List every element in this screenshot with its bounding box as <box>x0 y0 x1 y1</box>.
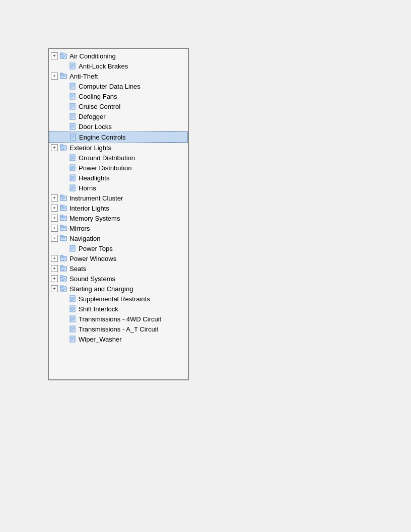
svg-rect-84 <box>61 220 64 221</box>
svg-rect-33 <box>71 117 75 117</box>
svg-rect-52 <box>71 157 75 158</box>
doc-icon-sound-systems <box>59 275 67 283</box>
tree-item-defogger[interactable]: Defogger <box>49 111 188 121</box>
tree-item-engine-controls[interactable]: Engine Controls <box>49 131 188 143</box>
svg-rect-93 <box>61 239 65 240</box>
svg-rect-104 <box>61 260 64 261</box>
svg-rect-81 <box>60 215 63 217</box>
tree-item-interior-lights[interactable]: + Interior Lights <box>49 203 188 213</box>
tree-item-air-conditioning[interactable]: + Air Conditioning <box>49 51 188 61</box>
svg-rect-73 <box>61 198 65 200</box>
svg-rect-40 <box>71 134 76 140</box>
svg-rect-125 <box>70 306 75 312</box>
svg-rect-11 <box>60 73 63 75</box>
svg-rect-42 <box>72 137 75 137</box>
svg-rect-56 <box>71 166 75 167</box>
expand-button-memory-systems[interactable]: + <box>51 215 58 222</box>
tree-item-ground-distribution[interactable]: Ground Distribution <box>49 153 188 163</box>
svg-rect-14 <box>61 78 64 79</box>
doc-icon-transmissions-4wd <box>68 315 77 323</box>
svg-rect-37 <box>71 126 75 126</box>
tree-item-horns[interactable]: Horns <box>49 183 188 193</box>
tree-item-anti-theft[interactable]: + Anti-Theft <box>49 71 188 81</box>
expand-button-seats[interactable]: + <box>51 265 58 272</box>
tree-item-starting-and-charging[interactable]: + Starting and Charging <box>49 284 188 294</box>
tree-item-computer-data-lines[interactable]: Computer Data Lines <box>49 81 188 91</box>
svg-rect-78 <box>61 209 65 210</box>
item-label-defogger: Defogger <box>79 113 105 120</box>
svg-rect-19 <box>71 88 73 88</box>
svg-rect-21 <box>71 95 75 95</box>
expand-button-anti-theft[interactable]: + <box>51 73 58 80</box>
svg-rect-38 <box>71 127 75 127</box>
tree-item-sound-systems[interactable]: + Sound Systems <box>49 274 188 284</box>
expand-button-instrument-cluster[interactable]: + <box>51 194 58 202</box>
svg-rect-120 <box>70 296 75 302</box>
svg-rect-107 <box>61 268 65 269</box>
svg-rect-44 <box>72 139 74 139</box>
svg-rect-89 <box>61 230 64 231</box>
expand-button-power-windows[interactable]: + <box>51 255 58 262</box>
svg-rect-60 <box>70 175 75 181</box>
tree-item-memory-systems[interactable]: + Memory Systems <box>49 213 188 223</box>
svg-rect-1 <box>60 53 63 54</box>
svg-rect-106 <box>60 265 63 267</box>
expand-button-air-conditioning[interactable]: + <box>51 52 58 59</box>
tree-item-anti-lock-brakes[interactable]: Anti-Lock Brakes <box>49 61 188 71</box>
tree-item-door-locks[interactable]: Door Locks <box>49 121 188 131</box>
svg-rect-8 <box>71 66 75 67</box>
expand-button-sound-systems[interactable]: + <box>51 275 58 282</box>
doc-icon-power-windows <box>59 254 67 262</box>
expand-button-interior-lights[interactable]: + <box>51 205 58 212</box>
tree-item-instrument-cluster[interactable]: + Instrument Cluster <box>49 193 188 203</box>
tree-item-seats[interactable]: + Seats <box>49 263 188 274</box>
tree-container[interactable]: + Air Conditioning Anti-Lock Brakes+ Ant… <box>49 49 188 379</box>
svg-rect-143 <box>71 340 75 340</box>
svg-rect-36 <box>71 125 75 125</box>
svg-rect-114 <box>61 280 64 281</box>
expand-button-navigation[interactable]: + <box>51 235 58 242</box>
svg-rect-101 <box>60 255 63 257</box>
tree-item-mirrors[interactable]: + Mirrors <box>49 223 188 233</box>
item-label-transmissions-at: Transmissions - A_T Circuit <box>79 325 158 333</box>
tree-item-power-distribution[interactable]: Power Distribution <box>49 163 188 173</box>
svg-rect-47 <box>61 147 65 148</box>
tree-item-headlights[interactable]: Headlights <box>49 173 188 183</box>
expand-placeholder-power-tops <box>60 245 67 252</box>
svg-rect-15 <box>70 83 75 89</box>
expand-placeholder-supplemental-restraints <box>60 295 67 302</box>
tree-item-supplemental-restraints[interactable]: Supplemental Restraints <box>49 294 188 304</box>
svg-rect-72 <box>61 197 65 198</box>
svg-rect-139 <box>71 330 73 331</box>
svg-rect-133 <box>71 319 75 320</box>
svg-rect-124 <box>71 300 73 301</box>
tree-item-wiper-washer[interactable]: Wiper_Washer <box>49 334 188 344</box>
item-label-mirrors: Mirrors <box>70 225 90 232</box>
svg-rect-137 <box>71 328 75 329</box>
tree-item-power-windows[interactable]: + Power Windows <box>49 253 188 263</box>
svg-rect-131 <box>71 317 75 318</box>
svg-rect-74 <box>61 200 64 201</box>
tree-item-cruise-control[interactable]: Cruise Control <box>49 101 188 111</box>
svg-rect-41 <box>72 136 75 136</box>
tree-item-transmissions-4wd[interactable]: Transmissions - 4WD Circuit <box>49 314 188 324</box>
svg-rect-96 <box>71 247 75 247</box>
svg-rect-99 <box>71 250 73 250</box>
expand-button-starting-and-charging[interactable]: + <box>51 285 58 292</box>
tree-item-power-tops[interactable]: Power Tops <box>49 243 188 253</box>
expand-placeholder-headlights <box>60 174 67 181</box>
svg-rect-27 <box>71 106 75 106</box>
doc-icon-navigation <box>59 234 67 242</box>
svg-rect-26 <box>71 105 75 105</box>
doc-icon-transmissions-at <box>68 325 77 333</box>
expand-button-exterior-lights[interactable]: + <box>51 144 58 151</box>
tree-item-exterior-lights[interactable]: + Exterior Lights <box>49 143 188 153</box>
item-label-power-windows: Power Windows <box>70 255 116 262</box>
tree-item-navigation[interactable]: + Navigation <box>49 233 188 243</box>
tree-item-transmissions-at[interactable]: Transmissions - A_T Circuit <box>49 324 188 334</box>
tree-item-shift-interlock[interactable]: Shift Interlock <box>49 304 188 314</box>
expand-button-mirrors[interactable]: + <box>51 225 58 232</box>
svg-rect-112 <box>61 278 65 279</box>
tree-item-cooling-fans[interactable]: Cooling Fans <box>49 91 188 101</box>
expand-placeholder-door-locks <box>60 123 67 130</box>
